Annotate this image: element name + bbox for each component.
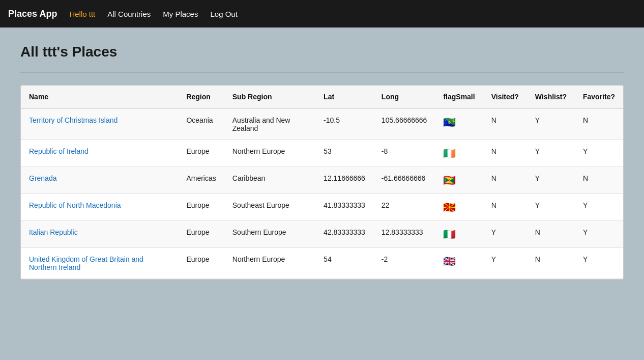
nav-log-out[interactable]: Log Out [210, 10, 237, 18]
col-region: Region [178, 86, 224, 108]
nav-brand: Places App [8, 9, 57, 19]
cell-flag: 🇮🇪 [435, 140, 483, 167]
cell-name: Grenada [21, 167, 178, 194]
col-wishlist: Wishlist? [527, 86, 575, 108]
cell-wishlist: Y [527, 167, 575, 194]
cell-region: Europe [178, 140, 224, 167]
cell-region: Oceania [178, 108, 224, 140]
table-row: United Kingdom of Great Britain and Nort… [21, 248, 623, 279]
country-link[interactable]: Republic of North Macedonia [29, 201, 121, 209]
cell-visited: N [483, 140, 527, 167]
cell-lat: 12.11666666 [315, 167, 373, 194]
cell-name: United Kingdom of Great Britain and Nort… [21, 248, 178, 279]
cell-long: 12.83333333 [373, 221, 435, 248]
col-favorite: Favorite? [575, 86, 623, 108]
navbar: Places App Hello ttt All Countries My Pl… [0, 0, 644, 27]
cell-lat: 42.83333333 [315, 221, 373, 248]
cell-flag: 🇨🇽 [435, 108, 483, 140]
cell-region: Europe [178, 221, 224, 248]
table-row: Republic of North MacedoniaEuropeSouthea… [21, 194, 623, 221]
cell-lat: -10.5 [315, 108, 373, 140]
cell-wishlist: N [527, 221, 575, 248]
cell-wishlist: Y [527, 194, 575, 221]
cell-subregion: Southeast Europe [224, 194, 315, 221]
cell-name: Territory of Christmas Island [21, 108, 178, 140]
country-link[interactable]: Italian Republic [29, 228, 78, 236]
cell-region: Europe [178, 248, 224, 279]
cell-subregion: Northern Europe [224, 248, 315, 279]
cell-favorite: Y [575, 194, 623, 221]
table-header-row: Name Region Sub Region Lat Long flagSmal… [21, 86, 623, 108]
country-link[interactable]: Grenada [29, 174, 56, 182]
cell-wishlist: N [527, 248, 575, 279]
cell-region: Americas [178, 167, 224, 194]
cell-flag: 🇬🇩 [435, 167, 483, 194]
places-table-wrapper: Name Region Sub Region Lat Long flagSmal… [20, 85, 624, 280]
cell-wishlist: Y [527, 140, 575, 167]
col-subregion: Sub Region [224, 86, 315, 108]
cell-wishlist: Y [527, 108, 575, 140]
cell-visited: Y [483, 248, 527, 279]
cell-region: Europe [178, 194, 224, 221]
divider [20, 72, 624, 73]
cell-visited: N [483, 167, 527, 194]
cell-visited: N [483, 194, 527, 221]
table-row: Republic of IrelandEuropeNorthern Europe… [21, 140, 623, 167]
table-row: Italian RepublicEuropeSouthern Europe42.… [21, 221, 623, 248]
page-title: All ttt's Places [20, 44, 624, 60]
col-lat: Lat [315, 86, 373, 108]
cell-favorite: N [575, 108, 623, 140]
table-row: GrenadaAmericasCaribbean12.11666666-61.6… [21, 167, 623, 194]
nav-my-places[interactable]: My Places [163, 10, 198, 18]
main-content: All ttt's Places Name Region Sub Region … [0, 27, 644, 296]
cell-subregion: Australia and New Zealand [224, 108, 315, 140]
cell-lat: 41.83333333 [315, 194, 373, 221]
cell-favorite: Y [575, 221, 623, 248]
cell-name: Republic of North Macedonia [21, 194, 178, 221]
col-flagsmall: flagSmall [435, 86, 483, 108]
col-long: Long [373, 86, 435, 108]
table-body: Territory of Christmas IslandOceaniaAust… [21, 108, 623, 279]
country-link[interactable]: Territory of Christmas Island [29, 116, 118, 124]
cell-long: -61.66666666 [373, 167, 435, 194]
cell-name: Italian Republic [21, 221, 178, 248]
cell-favorite: N [575, 167, 623, 194]
col-visited: Visited? [483, 86, 527, 108]
nav-all-countries[interactable]: All Countries [107, 10, 151, 18]
cell-name: Republic of Ireland [21, 140, 178, 167]
cell-flag: 🇲🇰 [435, 194, 483, 221]
country-link[interactable]: Republic of Ireland [29, 147, 89, 155]
cell-favorite: Y [575, 140, 623, 167]
table-header: Name Region Sub Region Lat Long flagSmal… [21, 86, 623, 108]
col-name: Name [21, 86, 178, 108]
cell-subregion: Northern Europe [224, 140, 315, 167]
cell-subregion: Caribbean [224, 167, 315, 194]
table-row: Territory of Christmas IslandOceaniaAust… [21, 108, 623, 140]
places-table: Name Region Sub Region Lat Long flagSmal… [21, 86, 623, 279]
cell-subregion: Southern Europe [224, 221, 315, 248]
cell-long: 22 [373, 194, 435, 221]
cell-long: 105.66666666 [373, 108, 435, 140]
cell-long: -2 [373, 248, 435, 279]
cell-lat: 53 [315, 140, 373, 167]
cell-flag: 🇬🇧 [435, 248, 483, 279]
cell-long: -8 [373, 140, 435, 167]
cell-visited: N [483, 108, 527, 140]
cell-lat: 54 [315, 248, 373, 279]
country-link[interactable]: United Kingdom of Great Britain and Nort… [29, 255, 143, 271]
cell-flag: 🇮🇹 [435, 221, 483, 248]
cell-visited: Y [483, 221, 527, 248]
cell-favorite: Y [575, 248, 623, 279]
nav-hello: Hello ttt [69, 10, 95, 18]
